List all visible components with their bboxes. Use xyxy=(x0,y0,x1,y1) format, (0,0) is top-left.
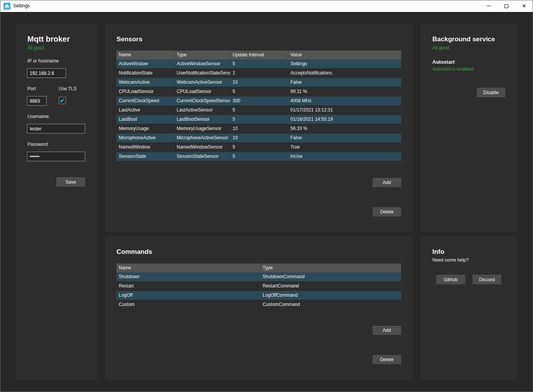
command-row[interactable]: CustomCustomCommand xyxy=(116,300,401,309)
disable-button[interactable]: Disable xyxy=(477,88,505,97)
sensors-add-button[interactable]: Add xyxy=(373,178,401,187)
command-row[interactable]: RestartRestartCommand xyxy=(116,282,401,291)
sensor-row[interactable]: LastActiveLastActiveSensor501/17/2021 13… xyxy=(116,106,401,115)
sensor-row-cell-type: MicrophoneActiveSensor xyxy=(174,133,230,142)
sensor-row[interactable]: CPULoadSensorCPULoadSensor599.11 % xyxy=(116,87,401,96)
close-icon: ✕ xyxy=(522,3,526,8)
sensor-row[interactable]: CurrentClockSpeedCurrentClockSpeedSensor… xyxy=(116,96,401,106)
sensor-row-cell-type: LastActiveSensor xyxy=(174,106,230,115)
background-service-panel: Background service All good Autostart Au… xyxy=(420,24,518,232)
close-button[interactable]: ✕ xyxy=(515,0,533,12)
sensor-row-cell-value: 56.33 % xyxy=(288,124,401,133)
password-input[interactable] xyxy=(27,152,85,161)
titlebar: Settings ✕ xyxy=(0,0,533,12)
command-row-cell-name: LogOff xyxy=(116,291,260,300)
maximize-button[interactable] xyxy=(498,0,515,12)
sensor-row-cell-value: 01/17/2021 13:12:31 xyxy=(288,106,401,115)
commands-table-header: Name Type xyxy=(116,264,401,272)
sensor-row-cell-name: ActiveWindow xyxy=(116,59,174,68)
column-header-name[interactable]: Name xyxy=(116,264,260,272)
ip-hostname-input[interactable] xyxy=(27,68,66,78)
sensor-row[interactable]: NamedWindowNamedWindowSensor5True xyxy=(116,143,401,152)
sensor-row-cell-type: UserNotificationStateSens xyxy=(174,69,230,78)
sensor-row-cell-name: NotificationState xyxy=(116,69,174,78)
sensor-row-cell-value: AcceptsNotifications xyxy=(288,69,401,78)
sensor-row-cell-value: Settings xyxy=(288,59,401,68)
info-subtitle: Need some help? xyxy=(432,257,469,263)
save-button[interactable]: Save xyxy=(56,177,85,187)
sensors-delete-button[interactable]: Delete xyxy=(373,207,401,216)
commands-rows: ShutdownShutdownCommandRestartRestartCom… xyxy=(116,272,401,309)
sensor-row-cell-name: CurrentClockSpeed xyxy=(116,96,174,105)
maximize-icon xyxy=(504,4,508,8)
username-input[interactable] xyxy=(27,124,85,133)
sensors-panel: Sensors Name Type Update Interval Value … xyxy=(105,24,413,232)
command-row-cell-name: Custom xyxy=(116,300,260,309)
password-label: Password xyxy=(27,142,48,147)
commands-add-button[interactable]: Add xyxy=(373,326,401,335)
sensor-row-cell-interval: 5 xyxy=(230,59,288,68)
column-header-name[interactable]: Name xyxy=(116,51,174,59)
commands-panel: Commands Name Type ShutdownShutdownComma… xyxy=(105,236,413,380)
column-header-value[interactable]: Value xyxy=(288,51,401,59)
column-header-type[interactable]: Type xyxy=(174,51,230,59)
command-row-cell-type: LogOffCommand xyxy=(260,291,401,300)
sensor-row-cell-value: False xyxy=(288,133,401,142)
sensor-row-cell-interval: 5 xyxy=(230,143,288,152)
sensor-row-cell-name: LastBoot xyxy=(116,115,174,124)
column-header-update-interval[interactable]: Update Interval xyxy=(230,51,288,59)
mqtt-broker-panel: Mqtt broker All good IP or hostname Port… xyxy=(16,24,97,380)
minimize-button[interactable] xyxy=(480,0,498,12)
sensor-row-cell-name: SessionState xyxy=(116,152,174,161)
sensor-row-cell-interval: 5 xyxy=(230,115,288,124)
sensor-row-cell-value: False xyxy=(288,78,401,87)
command-row-cell-name: Shutdown xyxy=(116,272,260,281)
ip-hostname-label: IP or hostname xyxy=(27,58,59,64)
sensor-row-cell-type: LastBootSensor xyxy=(174,115,230,124)
sensor-row-cell-type: ActiveWindowSensor xyxy=(174,59,230,68)
sensor-row-cell-interval: 5 xyxy=(230,87,288,96)
discord-button[interactable]: Discord xyxy=(472,275,501,284)
sensor-row[interactable]: WebcamActiveWebcamActiveSensor10False xyxy=(116,78,401,87)
sensors-title: Sensors xyxy=(116,35,142,43)
column-header-type[interactable]: Type xyxy=(260,264,401,272)
sensor-row[interactable]: SessionStateSessionStateSensor5InUse xyxy=(116,152,401,161)
sensor-row-cell-value: True xyxy=(288,143,401,152)
sensor-row-cell-type: WebcamActiveSensor xyxy=(174,78,230,87)
sensor-row-cell-interval: 300 xyxy=(230,96,288,105)
use-tls-checkbox[interactable]: ✔ xyxy=(59,97,66,104)
sensor-row[interactable]: LastBootLastBootSensor501/16/2021 14:55:… xyxy=(116,115,401,124)
command-row-cell-type: ShutdownCommand xyxy=(260,272,401,281)
commands-title: Commands xyxy=(116,248,152,256)
port-input[interactable] xyxy=(27,96,47,106)
minimize-icon xyxy=(487,6,491,6)
sensor-row-cell-interval: 10 xyxy=(230,78,288,87)
sensor-row[interactable]: ActiveWindowActiveWindowSensor5Settings xyxy=(116,59,401,69)
sensor-row[interactable]: NotificationStateUserNotificationStateSe… xyxy=(116,69,401,78)
sensor-row[interactable]: MemoryUsageMemoryUsageSensor1056.33 % xyxy=(116,124,401,133)
command-row-cell-type: CustomCommand xyxy=(260,300,401,309)
sensor-row-cell-name: MemoryUsage xyxy=(116,124,174,133)
commands-delete-button[interactable]: Delete xyxy=(373,355,401,364)
info-panel: Info Need some help? Github Discord xyxy=(420,236,518,380)
sensor-row-cell-value: 4008 MHz xyxy=(288,96,401,105)
sensors-rows: ActiveWindowActiveWindowSensor5SettingsN… xyxy=(116,59,401,161)
command-row-cell-type: RestartCommand xyxy=(260,282,401,291)
commands-table: Name Type ShutdownShutdownCommandRestart… xyxy=(116,264,401,309)
sensor-row-cell-type: MemoryUsageSensor xyxy=(174,124,230,133)
checkbox-check-icon: ✔ xyxy=(60,98,65,103)
sensor-row-cell-name: CPULoadSensor xyxy=(116,87,174,96)
home-icon xyxy=(3,3,10,10)
sensor-row-cell-name: WebcamActive xyxy=(116,78,174,87)
command-row-cell-name: Restart xyxy=(116,282,260,291)
username-label: Username xyxy=(27,114,49,119)
sensor-row-cell-type: CPULoadSensor xyxy=(174,87,230,96)
sensor-row[interactable]: MicrophoneActiveMicrophoneActiveSensor10… xyxy=(116,133,401,143)
sensor-row-cell-interval: 10 xyxy=(230,124,288,133)
sensor-row-cell-value: 99.11 % xyxy=(288,87,401,96)
mqtt-broker-title: Mqtt broker xyxy=(27,35,70,44)
github-button[interactable]: Github xyxy=(436,275,465,284)
port-label: Port xyxy=(27,86,36,91)
command-row[interactable]: LogOffLogOffCommand xyxy=(116,291,401,300)
command-row[interactable]: ShutdownShutdownCommand xyxy=(116,272,401,282)
